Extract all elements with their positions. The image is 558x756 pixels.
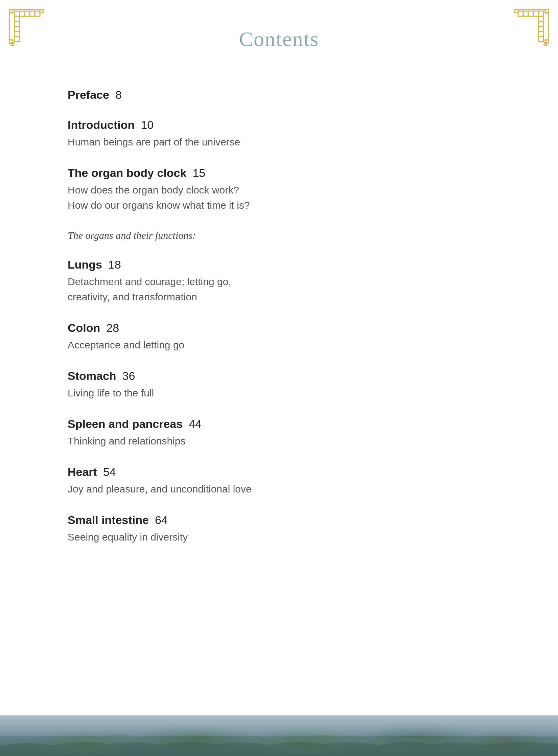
svg-rect-40 bbox=[545, 9, 549, 13]
page: Contents Preface8 Introduction10 Human b… bbox=[0, 0, 558, 756]
corner-decoration-top-left bbox=[6, 6, 47, 47]
toc-entry-introduction: Introduction10 Human beings are part of … bbox=[68, 118, 490, 150]
toc-title-small-intestine: Small intestine64 bbox=[68, 513, 490, 527]
svg-rect-11 bbox=[30, 11, 35, 16]
svg-rect-41 bbox=[515, 9, 518, 13]
svg-rect-44 bbox=[0, 715, 558, 732]
toc-entry-preface: Preface8 bbox=[68, 88, 490, 101]
toc-subtitle-heart: Joy and pleasure, and unconditional love bbox=[68, 481, 490, 497]
svg-rect-9 bbox=[20, 11, 25, 16]
svg-rect-12 bbox=[35, 11, 40, 16]
svg-rect-34 bbox=[518, 11, 523, 16]
svg-rect-38 bbox=[538, 31, 543, 37]
toc-title-heart: Heart54 bbox=[68, 465, 490, 479]
toc-subtitle-introduction: Human beings are part of the universe bbox=[68, 134, 490, 150]
toc-title-organ-body-clock: The organ body clock15 bbox=[68, 166, 490, 180]
toc-title-colon: Colon28 bbox=[68, 321, 490, 335]
svg-rect-30 bbox=[538, 11, 543, 16]
svg-rect-32 bbox=[528, 11, 533, 16]
svg-rect-18 bbox=[9, 9, 13, 13]
svg-rect-35 bbox=[538, 16, 543, 21]
svg-rect-19 bbox=[40, 9, 43, 13]
toc-container: Preface8 Introduction10 Human beings are… bbox=[0, 61, 558, 545]
svg-rect-21 bbox=[11, 43, 14, 45]
toc-subtitle-colon: Acceptance and letting go bbox=[68, 337, 490, 352]
svg-rect-13 bbox=[15, 16, 20, 21]
toc-entry-colon: Colon28 Acceptance and letting go bbox=[68, 321, 490, 352]
bottom-image-strip bbox=[0, 715, 558, 756]
svg-rect-31 bbox=[533, 11, 538, 16]
toc-entry-organs-functions: The organs and their functions: bbox=[68, 230, 490, 241]
toc-entry-small-intestine: Small intestine64 Seeing equality in div… bbox=[68, 513, 490, 545]
svg-rect-10 bbox=[25, 11, 30, 16]
toc-subtitle-stomach: Living life to the full bbox=[68, 385, 490, 400]
toc-entry-organ-body-clock: The organ body clock15 How does the orga… bbox=[68, 166, 490, 213]
toc-subtitle-small-intestine: Seeing equality in diversity bbox=[68, 529, 490, 545]
toc-subtitle-spleen-pancreas: Thinking and relationships bbox=[68, 433, 490, 449]
toc-entry-stomach: Stomach36 Living life to the full bbox=[68, 369, 490, 400]
svg-rect-39 bbox=[538, 37, 543, 42]
svg-rect-14 bbox=[15, 21, 20, 26]
svg-rect-43 bbox=[544, 43, 547, 45]
toc-entry-heart: Heart54 Joy and pleasure, and unconditio… bbox=[68, 465, 490, 497]
svg-rect-33 bbox=[523, 11, 528, 16]
toc-title-introduction: Introduction10 bbox=[68, 118, 490, 132]
page-title: Contents bbox=[0, 0, 558, 51]
svg-rect-37 bbox=[538, 26, 543, 31]
toc-title-preface: Preface8 bbox=[68, 88, 490, 101]
toc-title-spleen-pancreas: Spleen and pancreas44 bbox=[68, 417, 490, 431]
corner-decoration-top-right bbox=[511, 6, 552, 47]
svg-rect-8 bbox=[15, 11, 20, 16]
svg-rect-36 bbox=[538, 21, 543, 26]
svg-rect-16 bbox=[15, 31, 20, 37]
toc-title-stomach: Stomach36 bbox=[68, 369, 490, 383]
toc-subtitle-organ-body-clock: How does the organ body clock work?How d… bbox=[68, 182, 490, 213]
svg-rect-15 bbox=[15, 26, 20, 31]
toc-title-lungs: Lungs18 bbox=[68, 258, 490, 271]
toc-entry-lungs: Lungs18 Detachment and courage; letting … bbox=[68, 258, 490, 304]
toc-entry-spleen-pancreas: Spleen and pancreas44 Thinking and relat… bbox=[68, 417, 490, 449]
toc-subtitle-lungs: Detachment and courage; letting go,creat… bbox=[68, 274, 490, 304]
toc-italic-organs-functions: The organs and their functions: bbox=[68, 230, 490, 241]
svg-rect-17 bbox=[15, 37, 20, 42]
